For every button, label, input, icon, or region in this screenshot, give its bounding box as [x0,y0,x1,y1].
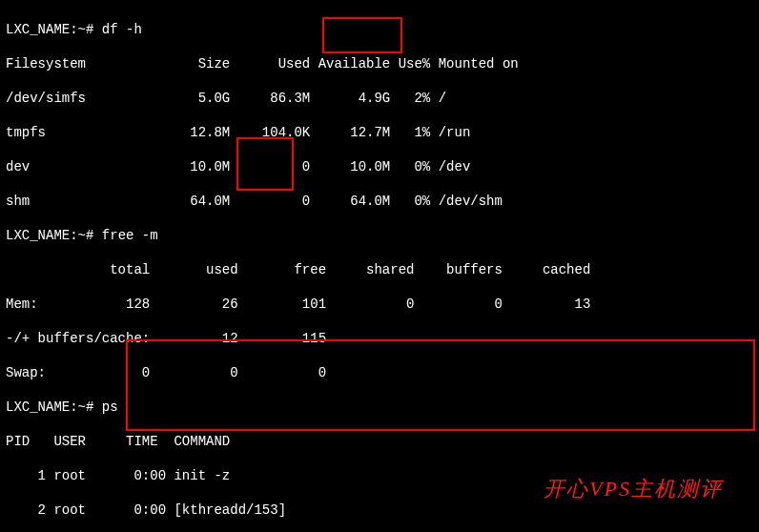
df-row: dev 10.0M 0 10.0M 0% /dev [6,158,753,175]
ps-row: 1 root 0:00 init -z [6,467,753,484]
prompt: LXC_NAME:~# free -m [6,227,753,244]
ps-header: PID USER TIME COMMAND [6,433,753,450]
highlight-nginx-phpfpm [126,339,755,431]
terminal[interactable]: LXC_NAME:~# df -h Filesystem Size Used A… [0,0,759,532]
ps-row: 2 root 0:00 [kthreadd/153] [6,501,753,519]
free-row: Swap: 0 0 0 [6,364,753,381]
df-row: tmpfs 12.8M 104.0K 12.7M 1% /run [6,124,753,141]
free-row: Mem: 128 26 101 0 0 13 [6,296,753,313]
free-row: -/+ buffers/cache: 12 115 [6,330,753,347]
df-row: /dev/simfs 5.0G 86.3M 4.9G 2% / [6,90,753,107]
prompt: LXC_NAME:~# df -h [6,21,753,38]
df-header: Filesystem Size Used Available Use% Moun… [6,55,753,72]
prompt: LXC_NAME:~# ps [6,399,753,416]
df-row: shm 64.0M 0 64.0M 0% /dev/shm [6,193,753,210]
free-header: total used free shared buffers cached [6,261,753,278]
